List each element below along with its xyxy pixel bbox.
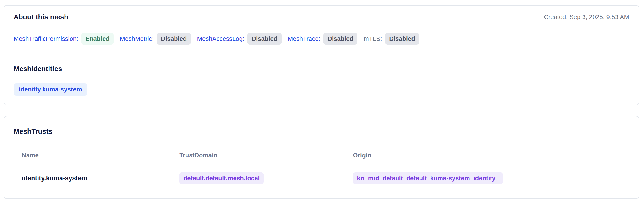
column-header-origin: Origin [345, 135, 629, 166]
policy-item-meshaccesslog: MeshAccessLog: Disabled [197, 33, 281, 45]
meshidentity-badge[interactable]: identity.kuma-system [14, 83, 87, 96]
policy-item-meshtrafficpermission: MeshTrafficPermission: Enabled [14, 33, 114, 45]
meshtrafficpermission-status-badge: Enabled [81, 33, 114, 45]
meshtrace-link[interactable]: MeshTrace: [288, 35, 320, 42]
trust-origin-badge: kri_mid_default_default_kuma-system_iden… [353, 173, 503, 184]
meshtrace-status-badge: Disabled [324, 33, 358, 45]
about-mesh-card: About this mesh Created: Sep 3, 2025, 9:… [4, 5, 639, 105]
mtls-status-badge: Disabled [385, 33, 419, 45]
column-header-trustdomain: TrustDomain [171, 135, 345, 166]
about-card-title: About this mesh [14, 13, 68, 21]
policy-item-meshmetric: MeshMetric: Disabled [120, 33, 191, 45]
meshtrusts-title: MeshTrusts [14, 127, 629, 135]
mtls-label: mTLS: [364, 35, 382, 42]
meshtrusts-table: Name TrustDomain Origin identity.kuma-sy… [14, 135, 629, 194]
meshtrusts-card: MeshTrusts Name TrustDomain Origin ident… [4, 116, 639, 199]
meshmetric-link[interactable]: MeshMetric: [120, 35, 154, 42]
policy-item-mtls: mTLS: Disabled [364, 33, 419, 45]
meshmetric-status-badge: Disabled [157, 33, 191, 45]
trust-name: identity.kuma-system [22, 175, 87, 182]
meshaccesslog-link[interactable]: MeshAccessLog: [197, 35, 244, 42]
column-header-name: Name [14, 135, 171, 166]
trust-domain-badge: default.default.mesh.local [179, 173, 264, 184]
meshtrafficpermission-link[interactable]: MeshTrafficPermission: [14, 35, 78, 42]
created-timestamp: Created: Sep 3, 2025, 9:53 AM [544, 13, 629, 21]
policy-status-row: MeshTrafficPermission: Enabled MeshMetri… [14, 33, 629, 44]
meshidentities-title: MeshIdentities [14, 65, 629, 73]
table-header-row: Name TrustDomain Origin [14, 135, 629, 166]
section-divider [14, 54, 629, 54]
about-card-header: About this mesh Created: Sep 3, 2025, 9:… [14, 13, 629, 21]
table-row: identity.kuma-system default.default.mes… [14, 166, 629, 194]
policy-item-meshtrace: MeshTrace: Disabled [288, 33, 358, 45]
meshaccesslog-status-badge: Disabled [248, 33, 281, 45]
